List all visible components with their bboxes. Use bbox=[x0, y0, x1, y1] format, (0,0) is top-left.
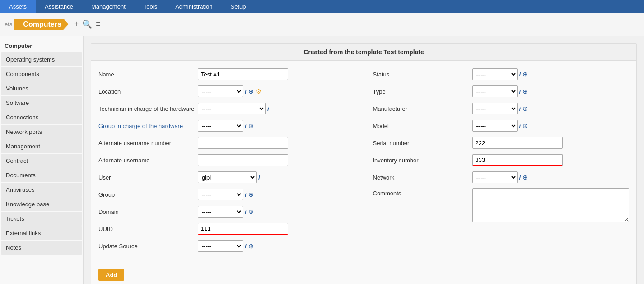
domain-row: Domain ----- i ⊕ bbox=[98, 205, 355, 218]
location-plus-icon[interactable]: ⊕ bbox=[248, 88, 254, 95]
update-source-plus-icon[interactable]: ⊕ bbox=[248, 242, 254, 250]
domain-label: Domain bbox=[98, 208, 198, 215]
add-button[interactable]: + bbox=[74, 19, 79, 29]
group-hardware-info-icon[interactable]: i bbox=[245, 123, 247, 129]
nav-management[interactable]: Management bbox=[82, 0, 135, 13]
sidebar-item-external-links[interactable]: External links bbox=[1, 226, 82, 240]
update-source-label: Update Source bbox=[98, 243, 198, 250]
manufacturer-select[interactable]: ----- bbox=[472, 103, 518, 114]
sidebar-item-operating-systems[interactable]: Operating systems bbox=[1, 52, 82, 66]
sidebar-item-contract[interactable]: Contract bbox=[1, 154, 82, 168]
group-select-wrap: ----- i ⊕ bbox=[198, 189, 254, 200]
group-info-icon[interactable]: i bbox=[245, 191, 247, 198]
nav-administration[interactable]: Administration bbox=[166, 0, 221, 13]
sidebar-item-network-ports[interactable]: Network ports bbox=[1, 125, 82, 139]
group-row: Group ----- i ⊕ bbox=[98, 188, 355, 201]
sidebar-item-documents[interactable]: Documents bbox=[1, 168, 82, 182]
network-label: Network bbox=[373, 174, 472, 181]
domain-plus-icon[interactable]: ⊕ bbox=[248, 208, 254, 215]
update-source-row: Update Source ----- i ⊕ bbox=[98, 240, 355, 252]
location-select[interactable]: ----- bbox=[198, 85, 243, 97]
group-label: Group bbox=[98, 191, 198, 198]
technician-row: Technician in charge of the hardware ---… bbox=[98, 102, 355, 115]
user-select-wrap: glpi i bbox=[198, 171, 260, 183]
nav-tools[interactable]: Tools bbox=[135, 0, 166, 13]
model-select[interactable]: ----- bbox=[472, 120, 518, 132]
breadcrumb-actions: + 🔍 ≡ bbox=[74, 19, 101, 29]
type-select[interactable]: ----- bbox=[472, 85, 518, 97]
user-info-icon[interactable]: i bbox=[258, 174, 260, 181]
user-row: User glpi i bbox=[98, 171, 355, 184]
user-select[interactable]: glpi bbox=[198, 171, 257, 183]
network-info-icon[interactable]: i bbox=[519, 174, 521, 181]
sidebar-item-volumes[interactable]: Volumes bbox=[1, 81, 82, 95]
nav-setup[interactable]: Setup bbox=[222, 0, 255, 13]
status-select[interactable]: ----- bbox=[472, 68, 518, 80]
status-plus-icon[interactable]: ⊕ bbox=[523, 71, 528, 78]
update-source-info-icon[interactable]: i bbox=[245, 243, 247, 250]
sidebar-item-software[interactable]: Software bbox=[1, 96, 82, 110]
sidebar-item-tickets[interactable]: Tickets bbox=[1, 212, 82, 226]
model-info-icon[interactable]: i bbox=[519, 123, 521, 129]
manufacturer-info-icon[interactable]: i bbox=[519, 105, 521, 112]
technician-select-wrap: ----- i bbox=[198, 103, 269, 114]
sidebar-item-components[interactable]: Components bbox=[1, 67, 82, 81]
list-button[interactable]: ≡ bbox=[96, 19, 101, 29]
group-plus-icon[interactable]: ⊕ bbox=[248, 191, 254, 198]
main-layout: Computer Operating systems Components Vo… bbox=[0, 36, 644, 284]
status-label: Status bbox=[373, 71, 472, 78]
technician-info-icon[interactable]: i bbox=[267, 105, 269, 112]
model-label: Model bbox=[373, 123, 472, 129]
sidebar: Computer Operating systems Components Vo… bbox=[0, 36, 84, 284]
content-area: Created from the template Test template … bbox=[84, 36, 644, 284]
location-label: Location bbox=[98, 88, 198, 95]
nav-assistance[interactable]: Assistance bbox=[36, 0, 82, 13]
group-select[interactable]: ----- bbox=[198, 189, 243, 200]
alt-username-number-input[interactable] bbox=[198, 137, 288, 149]
network-select-wrap: ----- i ⊕ bbox=[472, 171, 528, 183]
domain-info-icon[interactable]: i bbox=[245, 208, 247, 215]
type-plus-icon[interactable]: ⊕ bbox=[523, 88, 528, 95]
sidebar-item-antiviruses[interactable]: Antiviruses bbox=[1, 183, 82, 197]
location-info-icon[interactable]: i bbox=[245, 88, 247, 95]
technician-select[interactable]: ----- bbox=[198, 103, 266, 114]
serial-number-input[interactable] bbox=[472, 137, 563, 149]
domain-select-wrap: ----- i ⊕ bbox=[198, 206, 254, 218]
inventory-number-input[interactable] bbox=[472, 154, 563, 166]
uuid-label: UUID bbox=[98, 226, 198, 232]
add-submit-button[interactable]: Add bbox=[98, 269, 124, 281]
type-info-icon[interactable]: i bbox=[519, 88, 521, 95]
comments-textarea[interactable] bbox=[472, 188, 630, 222]
status-info-icon[interactable]: i bbox=[519, 71, 521, 78]
sidebar-item-management[interactable]: Management bbox=[1, 139, 82, 153]
group-hardware-plus-icon[interactable]: ⊕ bbox=[248, 122, 254, 129]
search-button[interactable]: 🔍 bbox=[82, 19, 92, 29]
model-plus-icon[interactable]: ⊕ bbox=[523, 122, 528, 129]
manufacturer-label: Manufacturer bbox=[373, 105, 472, 112]
form-body: Name Location ----- i ⊕ ⚙ bbox=[91, 61, 636, 264]
uuid-input[interactable] bbox=[198, 223, 288, 235]
alt-username-input[interactable] bbox=[198, 154, 288, 166]
network-select[interactable]: ----- bbox=[472, 171, 518, 183]
manufacturer-row: Manufacturer ----- i ⊕ bbox=[373, 102, 630, 115]
manufacturer-plus-icon[interactable]: ⊕ bbox=[523, 105, 528, 112]
sidebar-item-connections[interactable]: Connections bbox=[1, 110, 82, 124]
alt-username-row: Alternate username bbox=[98, 154, 355, 166]
name-input[interactable] bbox=[198, 68, 288, 80]
domain-select[interactable]: ----- bbox=[198, 206, 243, 218]
breadcrumb-current-label: Computers bbox=[23, 20, 61, 28]
nav-assets[interactable]: Assets bbox=[0, 0, 36, 13]
form-card: Created from the template Test template … bbox=[91, 43, 637, 284]
network-plus-icon[interactable]: ⊕ bbox=[523, 174, 528, 181]
comments-row: Comments bbox=[373, 188, 630, 222]
update-source-select[interactable]: ----- bbox=[198, 240, 243, 252]
breadcrumb-prev[interactable]: ets bbox=[5, 21, 12, 28]
status-row: Status ----- i ⊕ bbox=[373, 68, 630, 80]
location-row: Location ----- i ⊕ ⚙ bbox=[98, 85, 355, 98]
location-gear-icon[interactable]: ⚙ bbox=[256, 88, 261, 95]
location-select-wrap: ----- i ⊕ ⚙ bbox=[198, 85, 261, 97]
sidebar-item-knowledge-base[interactable]: Knowledge base bbox=[1, 197, 82, 211]
model-select-wrap: ----- i ⊕ bbox=[472, 120, 528, 132]
group-hardware-select[interactable]: ----- bbox=[198, 120, 243, 132]
sidebar-item-notes[interactable]: Notes bbox=[1, 241, 82, 255]
